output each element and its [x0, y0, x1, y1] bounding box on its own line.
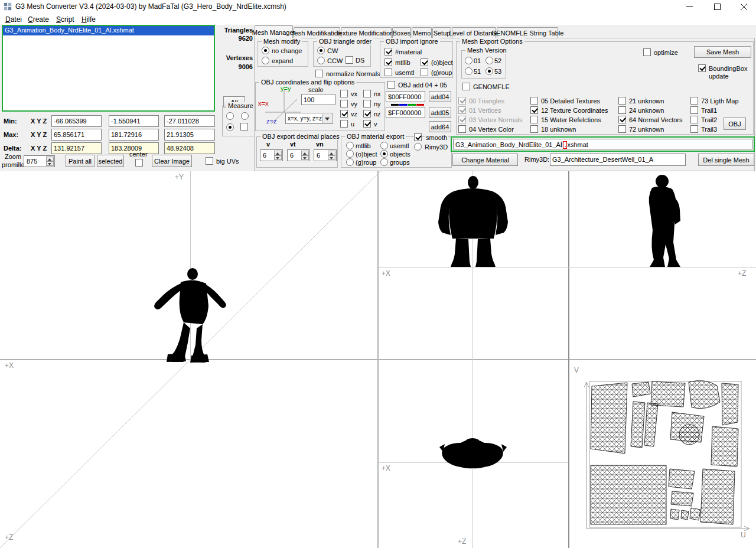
flip-u-checkbox[interactable] [340, 120, 348, 128]
flag-72-unknown-checkbox[interactable] [618, 125, 626, 133]
min-z-field[interactable]: -27.011028 [164, 115, 215, 127]
version-51-radio[interactable] [465, 67, 472, 75]
normalize-normals-checkbox[interactable] [315, 70, 323, 77]
obj-button[interactable]: OBJ [724, 118, 746, 130]
change-material-button[interactable]: Change Material [452, 154, 518, 166]
flag-04-vertex-color-checkbox[interactable] [458, 125, 466, 133]
measure-radio-1[interactable] [226, 112, 234, 120]
maximize-button[interactable] [704, 0, 731, 13]
zoom-down-icon[interactable] [46, 161, 54, 166]
cw-radio[interactable] [317, 47, 325, 54]
rimy3d-material-field[interactable]: G3_Architecture_DesertWell_01_A [550, 154, 686, 166]
version-52-radio[interactable] [485, 57, 493, 64]
mtllib-radio[interactable] [346, 142, 354, 149]
save-mesh-button[interactable]: Save Mesh [694, 46, 751, 58]
delta-z-field[interactable]: 48.92408 [164, 142, 215, 154]
flag-trail1-checkbox[interactable] [690, 106, 698, 114]
flag-05-detailed-textures-checkbox[interactable] [530, 97, 538, 105]
tab-setup[interactable]: Setup [432, 27, 451, 38]
tab-level-of-distance[interactable]: Level of Distance [452, 27, 496, 38]
smooth-checkbox[interactable] [414, 133, 422, 141]
mesh-list[interactable]: G3_Animation_Body_NrdElite_01_Al.xshmat [2, 25, 215, 112]
scale-field[interactable]: 100 [301, 94, 335, 105]
measure-radio-3[interactable] [226, 123, 234, 131]
objects-radio[interactable] [380, 150, 388, 158]
clear-image-button[interactable]: Clear Image [152, 155, 192, 167]
close-button[interactable] [731, 0, 756, 13]
tab-mesh-modifikations[interactable]: Mesh Modifikations [294, 27, 340, 38]
min-x-field[interactable]: -66.065399 [51, 115, 102, 127]
mesh-name-field[interactable]: G3_Animation_Body_NrdElite_01_Al.xshmat [453, 139, 752, 149]
tab-mesh-manager[interactable]: Mesh Manager [255, 25, 293, 38]
genomfle-checkbox[interactable] [462, 83, 470, 90]
flag-trail3-checkbox[interactable] [690, 125, 698, 133]
max-z-field[interactable]: 21.91305 [164, 129, 215, 141]
object-checkbox[interactable] [421, 58, 428, 66]
groups-radio[interactable] [380, 158, 388, 166]
tab-genomfle-string-table[interactable]: GENOMFLE String Table [497, 27, 558, 38]
zoom-up-icon[interactable] [46, 156, 54, 161]
flip-nx-checkbox[interactable] [363, 90, 371, 97]
flip-vz-checkbox[interactable] [340, 110, 348, 118]
flag-73-ligth-map-checkbox[interactable] [690, 97, 698, 105]
menu-hilfe[interactable]: Hilfe [79, 14, 99, 25]
flip-ny-checkbox[interactable] [363, 100, 371, 107]
usemtl-radio[interactable] [380, 142, 388, 149]
v-down-icon[interactable] [274, 155, 282, 160]
tab-memo[interactable]: Memo [412, 27, 432, 38]
paint-all-button[interactable]: Paint all [66, 155, 94, 167]
flip-nz-checkbox[interactable] [363, 110, 371, 118]
version-53-radio[interactable] [485, 67, 493, 75]
material-checkbox[interactable] [384, 48, 392, 56]
v-up-icon[interactable] [274, 151, 282, 155]
vt-down-icon[interactable] [301, 155, 309, 160]
zoom-promille-stepper[interactable]: 875 [24, 155, 55, 167]
minimize-button[interactable] [676, 0, 703, 13]
add64-button[interactable]: add64 [429, 121, 451, 132]
flag-trail2-checkbox[interactable] [690, 116, 698, 123]
axis-mapping-dropdown[interactable]: x=x, y=y, z=z [285, 113, 333, 124]
decimals-v-stepper[interactable]: 6 [260, 149, 283, 161]
viewport-area[interactable]: +Y +X +Z +X +Z +X +Z V U [0, 171, 756, 548]
max-x-field[interactable]: 65.856171 [51, 129, 102, 141]
flip-v-checkbox[interactable] [363, 120, 371, 128]
expand-radio[interactable] [262, 57, 269, 64]
max-y-field[interactable]: 181.72916 [109, 129, 159, 141]
flag-24-unknown-checkbox[interactable] [618, 106, 626, 114]
flip-vx-checkbox[interactable] [340, 90, 348, 97]
add04-button[interactable]: add04 [429, 91, 451, 102]
group-radio[interactable] [346, 158, 354, 166]
vn-down-icon[interactable] [328, 155, 335, 160]
vt-up-icon[interactable] [301, 151, 309, 155]
flag-21-unknown-checkbox[interactable] [618, 97, 626, 105]
no-change-radio[interactable] [262, 47, 269, 54]
usemtl-checkbox[interactable] [384, 68, 392, 76]
dropdown-arrow-icon[interactable] [322, 114, 332, 123]
object-radio[interactable] [346, 150, 354, 158]
mtllib-checkbox[interactable] [384, 58, 392, 66]
measure-radio-2[interactable] [241, 112, 249, 120]
vn-up-icon[interactable] [328, 151, 335, 155]
flag-64-normal-vectors-checkbox[interactable] [618, 116, 626, 123]
decimals-vn-stepper[interactable]: 6 [314, 149, 337, 161]
menu-datei[interactable]: Datei [2, 14, 25, 25]
flag-15-water-refelctions-checkbox[interactable] [530, 116, 538, 123]
min-y-field[interactable]: -1.550941 [109, 115, 159, 127]
rimy3d-radio[interactable] [414, 143, 422, 151]
flag-18-unknown-checkbox[interactable] [530, 125, 538, 133]
boundingbox-update-checkbox[interactable] [698, 64, 706, 72]
ccw-radio[interactable] [317, 57, 325, 64]
add04-color-field[interactable]: $00FF0000 [386, 91, 425, 102]
add05-color-field[interactable]: $FF000000 [386, 107, 425, 118]
center-checkbox[interactable] [135, 159, 143, 167]
optimize-checkbox[interactable] [643, 48, 651, 56]
measure-checkbox[interactable] [240, 123, 248, 131]
menu-create[interactable]: Create [25, 14, 52, 25]
del-single-mesh-button[interactable]: Del single Mesh [698, 154, 754, 166]
add05-button[interactable]: add05 [429, 107, 451, 118]
tab-boxes[interactable]: Boxes [392, 27, 411, 38]
obj-add-checkbox[interactable] [387, 81, 395, 89]
mesh-list-selected-item[interactable]: G3_Animation_Body_NrdElite_01_Al.xshmat [3, 26, 214, 35]
flip-vy-checkbox[interactable] [340, 100, 348, 107]
flag-12-texture-coordinates-checkbox[interactable] [530, 106, 538, 114]
